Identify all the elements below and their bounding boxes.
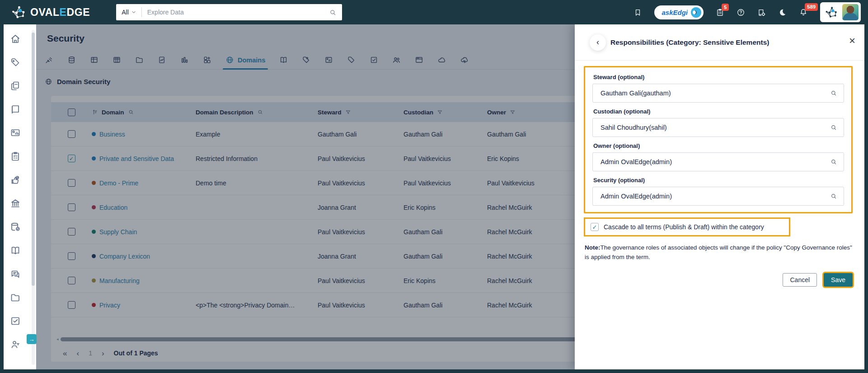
custodian-field-group: Custodian (optional) Sahil Choudhury(sah…: [592, 108, 844, 137]
drawer-header: ‹ Responsibilities (Category: Sensitive …: [575, 24, 864, 61]
note-text: Note:The governance roles of associated …: [585, 243, 856, 262]
search-icon[interactable]: [830, 90, 837, 97]
sidebar-item-glossary[interactable]: [4, 239, 27, 262]
note-bold: Note:: [585, 244, 601, 251]
global-search-bar[interactable]: All: [116, 4, 342, 20]
cancel-button[interactable]: Cancel: [783, 273, 817, 287]
custodian-label: Custodian (optional): [593, 108, 844, 115]
steward-input[interactable]: Gautham Gali(gautham): [592, 84, 844, 103]
sidebar-item-files[interactable]: [4, 286, 27, 309]
owner-input[interactable]: Admin OvalEdge(admin): [592, 152, 844, 171]
custodian-input[interactable]: Sahil Choudhury(sahil): [592, 118, 844, 137]
sidebar-item-jobs[interactable]: [4, 309, 27, 333]
tasks-clipboard-icon[interactable]: 5: [716, 8, 724, 17]
search-icon[interactable]: [830, 124, 837, 131]
ovaledge-logo-icon: [10, 5, 26, 19]
search-scope-dropdown[interactable]: All: [122, 9, 136, 16]
ask-edgi-button[interactable]: askEdgi: [654, 5, 704, 19]
sidebar-item-access[interactable]: [4, 333, 27, 356]
cascade-label: Cascade to all terms (Publish & Draft) w…: [604, 223, 764, 231]
cascade-checkbox[interactable]: ✓: [591, 223, 599, 231]
save-button[interactable]: Save: [824, 273, 853, 287]
drawer-title: Responsibilities (Category: Sensitive El…: [610, 38, 769, 47]
sidebar-scrollbar-thumb[interactable]: [32, 33, 35, 286]
owner-label: Owner (optional): [593, 142, 844, 149]
sidebar-item-home[interactable]: [4, 27, 27, 51]
cascade-highlight-box: ✓ Cascade to all terms (Publish & Draft)…: [584, 217, 790, 236]
chevron-down-icon: [131, 9, 136, 15]
sidebar-item-documents[interactable]: [4, 74, 27, 98]
brand-wordmark: OVALEDGE: [30, 6, 90, 19]
sidebar-expand-button[interactable]: →: [27, 334, 37, 344]
search-icon[interactable]: [329, 9, 337, 16]
security-input[interactable]: Admin OvalEdge(admin): [592, 187, 844, 206]
governance-roles-highlight-box: Steward (optional) Gautham Gali(gautham)…: [584, 66, 853, 213]
sidebar-item-governance[interactable]: [4, 192, 27, 215]
dark-mode-moon-icon[interactable]: [778, 8, 787, 17]
workspace-logo-icon: [824, 6, 838, 19]
security-label: Security (optional): [593, 177, 844, 184]
user-avatar[interactable]: [842, 4, 859, 20]
brand-logo[interactable]: OVALEDGE: [10, 5, 90, 19]
notifications-badge: 589: [805, 3, 818, 11]
responsibilities-drawer: ‹ Responsibilities (Category: Sensitive …: [575, 24, 864, 369]
workspace-user-box[interactable]: [820, 2, 861, 22]
back-button[interactable]: ‹: [590, 34, 606, 51]
sidebar-item-tags[interactable]: [4, 51, 27, 74]
sidebar-item-collaboration[interactable]: [4, 262, 27, 286]
sidebar-item-projects[interactable]: [4, 145, 27, 168]
edgi-bot-icon: [691, 7, 701, 18]
sidebar-item-catalog[interactable]: [4, 98, 27, 121]
top-navbar: OVALEDGE All askEdgi 5: [0, 0, 868, 24]
sidebar-item-data-stores[interactable]: [4, 215, 27, 239]
search-divider: [141, 7, 142, 17]
drawer-actions: Cancel Save: [584, 273, 853, 287]
sidebar-item-dashboards[interactable]: [4, 121, 27, 145]
main-content: Security Domains Domain Security: [36, 24, 864, 369]
help-icon[interactable]: [737, 8, 745, 17]
sidebar-item-data-quality[interactable]: [4, 168, 27, 192]
steward-label: Steward (optional): [593, 74, 844, 80]
bookmark-icon[interactable]: [633, 8, 642, 17]
steward-field-group: Steward (optional) Gautham Gali(gautham): [592, 74, 844, 103]
clipboard-badge: 5: [722, 4, 729, 11]
close-icon[interactable]: ×: [849, 35, 855, 46]
notifications-bell-icon[interactable]: 589: [799, 8, 808, 17]
release-notes-icon[interactable]: [757, 8, 766, 17]
owner-field-group: Owner (optional) Admin OvalEdge(admin): [592, 142, 844, 171]
search-icon[interactable]: [830, 193, 837, 200]
security-field-group: Security (optional) Admin OvalEdge(admin…: [592, 177, 844, 206]
search-icon[interactable]: [830, 158, 837, 165]
sidebar-scrollbar[interactable]: [32, 30, 35, 365]
search-input[interactable]: [147, 9, 329, 16]
left-sidebar: [4, 24, 36, 369]
